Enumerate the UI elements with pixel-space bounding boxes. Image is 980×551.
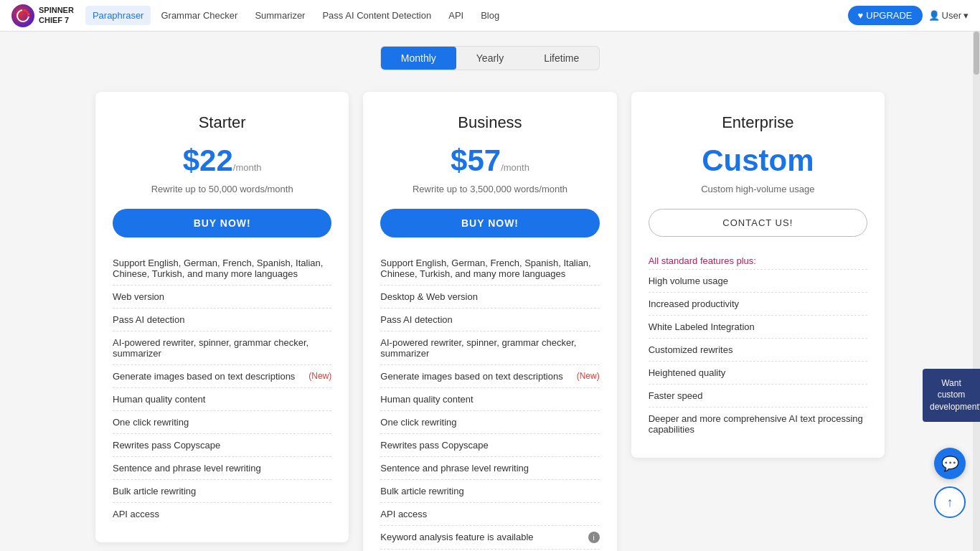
plan-name: Business [380, 113, 599, 132]
nav-link-summarizer[interactable]: Summarizer [248, 6, 312, 25]
user-menu-button[interactable]: 👤 User ▾ [928, 10, 969, 21]
feature-text: Keyword analysis feature is available [380, 532, 533, 542]
feature-item: White Labeled Integration [649, 316, 867, 339]
feature-item: Pass AI detection [113, 309, 331, 331]
feature-item: One click rewriting [113, 411, 331, 434]
chevron-down-icon: ▾ [963, 10, 969, 21]
info-icon[interactable]: i [588, 532, 600, 543]
logo-icon [11, 4, 34, 27]
feature-item: Web version [113, 286, 331, 309]
feature-item: Faster speed [649, 385, 867, 408]
price-period: /month [233, 162, 262, 173]
feature-item: Generate images based on text descriptio… [113, 365, 331, 388]
chat-icon: 💬 [941, 455, 959, 472]
feature-item: Rewrites pass Copyscape [113, 434, 331, 457]
feature-text: API access [113, 509, 159, 519]
feature-text: Increased productivity [649, 298, 739, 309]
feature-item: Sentence and phrase level rewriting [380, 457, 599, 480]
features-list: High volume usageIncreased productivityW… [649, 270, 867, 441]
feature-text: Rewrites pass Copyscape [380, 440, 488, 451]
feature-text: Human quality content [113, 394, 205, 405]
features-list: Support English, German, French, Spanish… [113, 252, 331, 525]
contact-us-button[interactable]: CONTACT US! [649, 209, 867, 237]
pricing-grid: Starter$22/monthRewrite up to 50,000 wor… [95, 92, 885, 551]
feature-item: Pass AI detection [380, 309, 599, 331]
plan-subtitle: Custom high-volume usage [649, 184, 867, 194]
upgrade-button[interactable]: ♥ UPGRADE [848, 6, 923, 25]
feature-item: Heightened quality [649, 362, 867, 385]
scrollbar-thumb[interactable] [974, 32, 979, 75]
nav-link-paraphraser[interactable]: Paraphraser [85, 6, 151, 25]
feature-item: Human quality content [113, 388, 331, 411]
billing-tabs: MonthlyYearlyLifetime [11, 46, 969, 70]
feature-text: Faster speed [649, 390, 703, 401]
feature-text: White Labeled Integration [649, 321, 755, 332]
nav-link-grammar-checker[interactable]: Grammar Checker [154, 6, 245, 25]
feature-item: Deeper and more comprehensive AI text pr… [649, 408, 867, 441]
nav-link-blog[interactable]: Blog [473, 6, 507, 25]
logo-text: SPINNER CHIEF 7 [39, 6, 74, 24]
feature-item: API access [113, 503, 331, 525]
plan-price: $57/month [380, 143, 599, 178]
logo[interactable]: SPINNER CHIEF 7 [11, 4, 74, 27]
plan-subtitle: Rewrite up to 3,500,000 words/month [380, 184, 599, 194]
feature-text: Generate images based on text descriptio… [380, 371, 562, 382]
features-list: Support English, German, French, Spanish… [380, 252, 599, 551]
buy-now-button[interactable]: BUY NOW! [113, 209, 331, 237]
feature-item: AI-powered rewriter, spinner, grammar ch… [380, 331, 599, 365]
plan-price: $22/month [113, 143, 331, 178]
user-icon: 👤 [928, 10, 940, 21]
user-label: User [942, 10, 961, 21]
feature-item: Human quality content [380, 388, 599, 411]
scrollbar-track[interactable] [973, 32, 980, 551]
upgrade-label: UPGRADE [866, 10, 912, 21]
nav-right: ♥ UPGRADE 👤 User ▾ [848, 6, 969, 25]
feature-text: Pass AI detection [380, 314, 452, 325]
feature-text: Desktop & Web version [380, 291, 478, 302]
plan-name: Enterprise [649, 113, 867, 132]
feature-text: Sentence and phrase level rewriting [380, 463, 529, 474]
chat-button[interactable]: 💬 [934, 448, 966, 479]
feature-text: One click rewriting [380, 417, 456, 428]
feature-item: Keyword analysis feature is availablei [380, 526, 599, 550]
billing-tab-yearly[interactable]: Yearly [456, 47, 524, 70]
feature-item: Bulk article rewriting [380, 480, 599, 503]
feature-item: Desktop & Web version [380, 286, 599, 309]
feature-text: Sentence and phrase level rewriting [113, 463, 261, 474]
arrow-up-icon: ↑ [947, 495, 953, 510]
feature-item: Rewrites pass Copyscape [380, 434, 599, 457]
feature-text: Generate images based on text descriptio… [113, 371, 295, 382]
feature-item: API access [380, 503, 599, 526]
pricing-card-starter: Starter$22/monthRewrite up to 50,000 wor… [95, 92, 349, 542]
feature-text: AI-powered rewriter, spinner, grammar ch… [380, 337, 599, 359]
main-content: MonthlyYearlyLifetime Starter$22/monthRe… [0, 32, 980, 551]
feature-text: Web version [113, 291, 164, 302]
feature-text: Bulk article rewriting [113, 486, 196, 496]
feature-item: Increased productivity [649, 293, 867, 316]
feature-text: Rewrites pass Copyscape [113, 440, 220, 451]
feature-item: Customized rewrites [649, 339, 867, 362]
nav-links: ParaphraserGrammar CheckerSummarizerPass… [85, 6, 848, 25]
upgrade-heart-icon: ♥ [858, 10, 864, 21]
billing-tab-lifetime[interactable]: Lifetime [524, 47, 599, 70]
feature-item: AI-powered rewriter, spinner, grammar ch… [113, 331, 331, 365]
feature-text: Customized rewrites [649, 344, 733, 355]
custom-dev-button[interactable]: Want custom development? [923, 369, 980, 422]
buy-now-button[interactable]: BUY NOW! [380, 209, 599, 237]
feature-item: One click rewriting [380, 411, 599, 434]
nav-link-pass-ai-content-detection[interactable]: Pass AI Content Detection [315, 6, 438, 25]
billing-tab-monthly[interactable]: Monthly [381, 47, 456, 70]
billing-tabs-inner: MonthlyYearlyLifetime [380, 46, 600, 70]
feature-text: API access [380, 509, 427, 519]
feature-text: Heightened quality [649, 367, 726, 378]
scroll-up-button[interactable]: ↑ [934, 486, 966, 518]
spinner-svg [16, 9, 30, 23]
plan-subtitle: Rewrite up to 50,000 words/month [113, 184, 331, 194]
pricing-card-enterprise: EnterpriseCustomCustom high-volume usage… [631, 92, 885, 458]
feature-item: Bulk article rewriting [113, 480, 331, 503]
navbar: SPINNER CHIEF 7 ParaphraserGrammar Check… [0, 0, 980, 32]
feature-text: Support English, German, French, Spanish… [113, 258, 331, 279]
price-amount: $57 [451, 143, 501, 177]
nav-link-api[interactable]: API [441, 6, 471, 25]
feature-text: AI-powered rewriter, spinner, grammar ch… [113, 337, 331, 359]
